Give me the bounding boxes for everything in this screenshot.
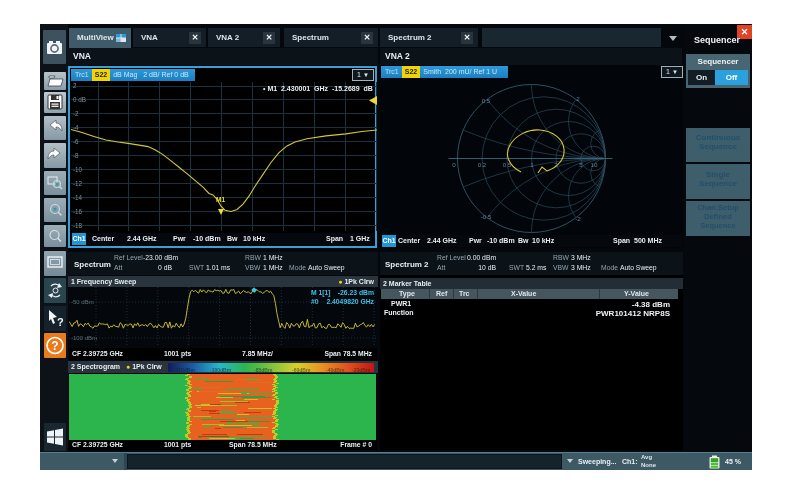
svg-text:-10: -10 <box>73 166 83 173</box>
svg-text:-100 dBm: -100 dBm <box>71 335 97 341</box>
svg-text:-14: -14 <box>73 194 83 201</box>
svg-text:-18: -18 <box>73 222 83 229</box>
svg-text:0.5: 0.5 <box>482 97 491 104</box>
svg-text:-0.5: -0.5 <box>481 213 492 220</box>
svg-text:#0: #0 <box>311 298 319 305</box>
svg-text:1: 1 <box>530 161 534 168</box>
svg-text:2: 2 <box>576 95 580 102</box>
svg-text:-2: -2 <box>73 110 79 117</box>
svg-text:2: 2 <box>73 82 77 89</box>
svg-text:-12: -12 <box>73 180 83 187</box>
svg-text:-26.23 dBm: -26.23 dBm <box>338 289 374 296</box>
svg-text:-8: -8 <box>73 152 79 159</box>
svg-text:0 dB: 0 dB <box>73 96 86 103</box>
svg-text:?: ? <box>57 316 64 328</box>
svg-text:0.5: 0.5 <box>503 161 512 168</box>
svg-text:?: ? <box>51 339 58 353</box>
svg-text:0.2: 0.2 <box>478 161 487 168</box>
svg-text:• M1 2.430001 GHz -15.2689: • M1 2.430001 GHz -15.2689 dB <box>263 85 373 92</box>
svg-text:10: 10 <box>591 161 598 168</box>
svg-text:2.4049820 GHz: 2.4049820 GHz <box>326 298 374 305</box>
svg-text:-50 dBm: -50 dBm <box>71 299 94 305</box>
svg-text:-6: -6 <box>73 138 79 145</box>
svg-text:M1: M1 <box>216 196 225 203</box>
svg-text:M 1[1]: M 1[1] <box>311 289 331 297</box>
svg-text:0: 0 <box>452 161 456 168</box>
svg-text:-16: -16 <box>73 208 83 215</box>
svg-text:-2: -2 <box>575 215 581 222</box>
svg-text:5: 5 <box>579 161 583 168</box>
